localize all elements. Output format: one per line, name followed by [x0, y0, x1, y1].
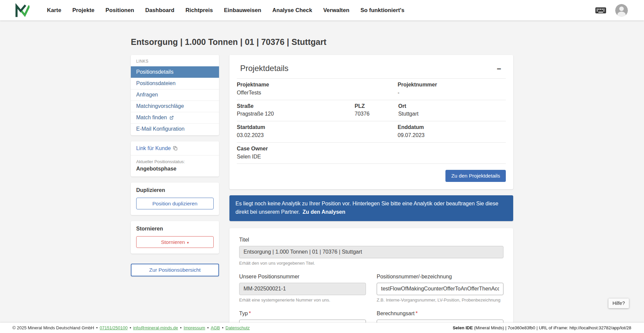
field-value: Pragstraße 120: [237, 111, 355, 118]
nav-item-positionen[interactable]: Positionen: [106, 7, 134, 13]
field-value: Selen IDE: [237, 153, 506, 160]
field-projektname: Projektname OfferTests: [237, 81, 398, 96]
copy-icon: [173, 146, 178, 151]
position-number-label: Positionsnummer/-bezeichnung: [377, 274, 503, 280]
titel-input: [239, 246, 503, 258]
footer-session-info: Selen IDE (Mineral Minds) | 7ce360e83fb0…: [453, 325, 631, 330]
titel-helper: Erhält den von uns vorgegebenen Titel.: [239, 261, 503, 266]
logo-m-icon: [15, 3, 30, 17]
sidebar-item-anfragen[interactable]: Anfragen: [131, 89, 219, 101]
sidebar-item-label: Matchingvorschläge: [136, 103, 184, 109]
cancel-card: Stornieren Stornieren▾: [131, 221, 219, 254]
footer: © 2025 Mineral Minds Deutschland GmbH • …: [0, 323, 644, 333]
nav-item-richtpreis[interactable]: Richtpreis: [185, 7, 213, 13]
cancel-header: Stornieren: [136, 226, 214, 232]
field-label: PLZ: [355, 103, 398, 110]
sidebar-item-positionsdetails[interactable]: Positionsdetails: [131, 66, 219, 78]
links-card: LINKS Positionsdetails Positionsdateien …: [131, 55, 219, 135]
field-ort: Ort Stuttgart: [398, 103, 506, 118]
footer-email-link[interactable]: info@mineral-minds.de: [133, 325, 178, 330]
footer-impressum-link[interactable]: Impressum: [183, 325, 205, 330]
mineral-minds-logo[interactable]: [15, 3, 30, 17]
field-strasse: Straße Pragstraße 120: [237, 103, 355, 118]
sidebar-item-match-finden[interactable]: Match finden: [131, 112, 219, 123]
nav-item-verwalten[interactable]: Verwalten: [323, 7, 350, 13]
field-plz: PLZ 70376: [355, 103, 398, 118]
field-value: 03.02.2023: [237, 132, 398, 139]
customer-link[interactable]: Link für Kunde: [136, 145, 178, 151]
our-position-number-group: Unsere Positionsnummer Erhält eine syste…: [239, 274, 366, 303]
sidebar-item-positionsdateien[interactable]: Positionsdateien: [131, 78, 219, 89]
position-status-label: Aktueller Positionsstatus:: [136, 159, 214, 164]
page-container: Entsorgung | 1.000 Tonnen | 01 | 70376 |…: [131, 20, 513, 333]
sidebar: LINKS Positionsdetails Positionsdateien …: [131, 55, 219, 276]
required-asterisk: *: [416, 311, 418, 316]
nav-item-karte[interactable]: Karte: [47, 7, 61, 13]
table-row: Startdatum 03.02.2023 Enddatum 09.07.202…: [237, 121, 506, 143]
navbar-right: [595, 4, 628, 17]
separator-dot: •: [207, 325, 209, 330]
footer-copyright: © 2025 Mineral Minds Deutschland GmbH: [12, 325, 94, 330]
sidebar-item-label: Positionsdetails: [136, 69, 173, 75]
berechnungsart-label: Berechnungsart*: [377, 311, 503, 317]
sidebar-item-email-konfiguration[interactable]: E-Mail Konfiguration: [131, 123, 219, 135]
footer-agb-link[interactable]: AGB: [211, 325, 220, 330]
links-header: LINKS: [131, 55, 219, 66]
footer-session-details: (Mineral Minds) | 7ce360e83fb0 | URL of …: [473, 325, 631, 330]
field-startdatum: Startdatum 03.02.2023: [237, 124, 398, 139]
footer-datenschutz-link[interactable]: Datenschutz: [225, 325, 250, 330]
main-nav: Karte Projekte Positionen Dashboard Rich…: [47, 7, 595, 13]
customer-link-label: Link für Kunde: [136, 145, 171, 151]
nav-item-dashboard[interactable]: Dashboard: [145, 7, 174, 13]
keyboard-icon[interactable]: [595, 7, 606, 14]
go-to-project-details-button[interactable]: Zu den Projektdetails: [445, 170, 506, 182]
duplicate-header: Duplizieren: [136, 187, 214, 193]
typ-label: Typ*: [239, 311, 366, 317]
our-position-number-helper: Erhält eine systemgenerierte Nummer von …: [239, 297, 366, 303]
project-details-card: Projektdetails – Projektname OfferTests …: [229, 55, 513, 189]
nav-item-projekte[interactable]: Projekte: [72, 7, 95, 13]
separator-dot: •: [96, 325, 98, 330]
position-overview-button[interactable]: Zur Positionsübersicht: [131, 264, 219, 276]
titel-label: Titel: [239, 237, 503, 243]
collapse-minus-icon[interactable]: –: [495, 65, 502, 72]
sidebar-item-label: Match finden: [136, 115, 167, 121]
position-number-helper: Z.B. Interne-Vorgangsnummer, LV-Position…: [377, 297, 503, 303]
nav-item-einbauweisen[interactable]: Einbauweisen: [224, 7, 261, 13]
footer-user-name: Selen IDE: [453, 325, 473, 330]
analytics-info-banner: Es liegt noch keine Analytik zu Ihrer Po…: [229, 195, 513, 221]
separator-dot: •: [180, 325, 182, 330]
nav-item-so-funktionierts[interactable]: So funktioniert's: [361, 7, 405, 13]
position-number-input[interactable]: [377, 283, 503, 295]
table-row: Projektname OfferTests Projektnummer -: [237, 79, 506, 100]
field-label: Projektname: [237, 81, 398, 88]
field-value: -: [398, 89, 506, 96]
project-details-table: Projektname OfferTests Projektnummer - S…: [237, 78, 506, 164]
external-link-icon: [169, 116, 174, 120]
field-value: 70376: [355, 111, 398, 118]
field-case-owner: Case Owner Selen IDE: [237, 145, 506, 160]
nav-item-analyse-check[interactable]: Analyse Check: [272, 7, 312, 13]
cancel-position-button[interactable]: Stornieren▾: [136, 236, 214, 248]
project-details-title: Projektdetails: [240, 64, 288, 73]
sidebar-item-label: Positionsdateien: [136, 80, 175, 86]
field-projektnummer: Projektnummer -: [398, 81, 506, 96]
field-label: Projektnummer: [398, 81, 506, 88]
position-status-value: Angebotsphase: [136, 166, 214, 172]
page-title: Entsorgung | 1.000 Tonnen | 01 | 70376 |…: [131, 37, 513, 47]
field-value: Stuttgart: [398, 111, 506, 118]
help-button[interactable]: Hilfe?: [608, 298, 629, 308]
table-row: Straße Pragstraße 120 PLZ 70376 Ort Stut…: [237, 100, 506, 122]
position-number-group: Positionsnummer/-bezeichnung Z.B. Intern…: [377, 274, 503, 303]
user-avatar[interactable]: [615, 4, 628, 17]
go-to-analyses-link[interactable]: Zu den Analysen: [303, 209, 345, 215]
footer-phone-link[interactable]: 07151/250100: [100, 325, 127, 330]
sidebar-item-matchingvorschlaege[interactable]: Matchingvorschläge: [131, 101, 219, 112]
sidebar-item-label: E-Mail Konfiguration: [136, 126, 184, 132]
field-label: Startdatum: [237, 124, 398, 131]
duplicate-position-button[interactable]: Position duplizieren: [136, 198, 214, 209]
our-position-number-input: [239, 283, 366, 295]
table-row: Case Owner Selen IDE: [237, 143, 506, 164]
footer-links: © 2025 Mineral Minds Deutschland GmbH • …: [12, 325, 250, 330]
banner-text: Es liegt noch keine Analytik zu Ihrer Po…: [235, 201, 498, 215]
